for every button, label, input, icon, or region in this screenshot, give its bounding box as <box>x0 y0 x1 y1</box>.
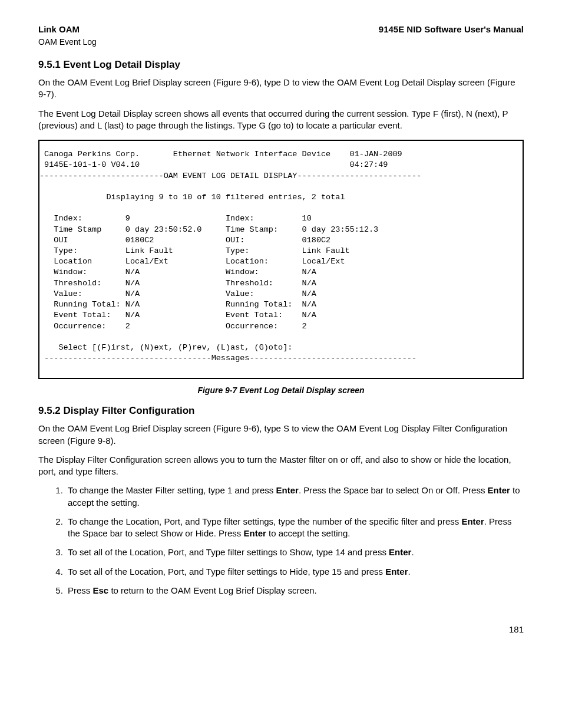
header-right: 9145E NID Software User's Manual <box>379 24 524 35</box>
section-951-heading: 9.5.1 Event Log Detail Display <box>38 58 524 72</box>
step-3: To set all of the Location, Port, and Ty… <box>65 546 524 558</box>
step-5: Press Esc to return to the OAM Event Log… <box>65 585 524 597</box>
page-number: 181 <box>38 624 524 635</box>
section-952-heading: 9.5.2 Display Filter Configuration <box>38 404 524 418</box>
header-sub: OAM Event Log <box>38 37 524 48</box>
step-4: To set all of the Location, Port, and Ty… <box>65 566 524 578</box>
step-1: To change the Master Filter setting, typ… <box>65 485 524 509</box>
steps-list: To change the Master Filter setting, typ… <box>38 485 524 597</box>
section-952-p2: The Display Filter Configuration screen … <box>38 454 524 478</box>
figure-caption: Figure 9-7 Event Log Detail Display scre… <box>38 385 524 396</box>
section-951-p1: On the OAM Event Log Brief Display scree… <box>38 77 524 101</box>
step-2: To change the Location, Port, and Type f… <box>65 516 524 540</box>
section-951-p2: The Event Log Detail Display screen show… <box>38 108 524 132</box>
terminal-screen: Canoga Perkins Corp. Ethernet Network In… <box>38 140 524 379</box>
header-left: Link OAM <box>38 24 80 35</box>
section-952-p1: On the OAM Event Log Brief Display scree… <box>38 423 524 447</box>
